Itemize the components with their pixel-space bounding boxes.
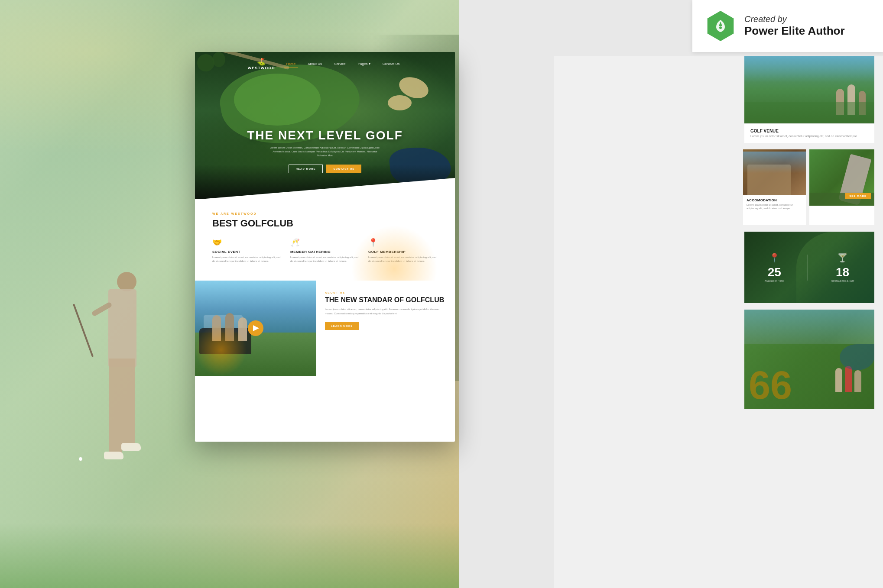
right-panel: OUR SERVICE Created by Power Elite Autho… bbox=[554, 0, 883, 588]
accom-image bbox=[743, 149, 806, 195]
accom-sky bbox=[743, 152, 806, 173]
golf-club-card: SEE MORE bbox=[809, 149, 874, 225]
walking-person-3 bbox=[854, 370, 861, 392]
venue-card-inner: GOLF VENUE Lorem ipsum dolor sit amet, c… bbox=[744, 56, 874, 143]
accommodation-card: ACCOMODATION Lorem ipsum dolor sit amet,… bbox=[743, 149, 806, 225]
golf-image: SEE MORE bbox=[809, 149, 874, 206]
nav-home[interactable]: Home bbox=[284, 60, 298, 68]
creator-badge: Created by Power Elite Author bbox=[692, 0, 883, 52]
golfer-shoe-left bbox=[104, 452, 123, 459]
bottom-image bbox=[195, 281, 316, 376]
hero-description: Lorem Ipsum Dolor Sit Amet, Consectetuer… bbox=[269, 146, 381, 158]
golf-ball bbox=[79, 457, 82, 461]
walking-person-1 bbox=[835, 368, 842, 392]
social-title: SOCIAL EVENT bbox=[212, 250, 282, 254]
gathering-desc: Lorem ipsum dolor sit amet, consectetur … bbox=[290, 255, 360, 263]
features-section: WE ARE WESTWOOD BEST GOLFCLUB 🤝 SOCIAL E… bbox=[195, 199, 455, 281]
mockup-logo: ⛳ WESTWOOD bbox=[248, 58, 275, 70]
about-title: THE NEW STANDAR OF GOLFCLUB bbox=[325, 296, 446, 304]
golfer-shoe-right bbox=[121, 443, 141, 451]
logo-text: WESTWOOD bbox=[248, 66, 275, 70]
venue-card: GOLF VENUE Lorem ipsum dolor sit amet, c… bbox=[554, 56, 874, 143]
golfer-silhouette bbox=[78, 272, 165, 553]
accom-text: ACCOMODATION Lorem ipsum dolor sit amet,… bbox=[743, 195, 806, 214]
hero-content: THE NEXT LEVEL GOLF Lorem Ipsum Dolor Si… bbox=[195, 129, 455, 173]
svg-point-0 bbox=[719, 26, 722, 29]
bottom-golf-card: 66 bbox=[554, 310, 874, 409]
mockup-bottom: ABOUT US THE NEW STANDAR OF GOLFCLUB Lor… bbox=[195, 281, 455, 376]
about-section: ABOUT US THE NEW STANDAR OF GOLFCLUB Lor… bbox=[316, 281, 455, 376]
accom-title: ACCOMODATION bbox=[747, 198, 802, 202]
power-elite-label: Power Elite Author bbox=[744, 24, 845, 38]
venue-ground bbox=[744, 102, 874, 123]
about-desc: Lorem ipsum dolor sit amet, consectetur … bbox=[325, 307, 446, 316]
stats-inner: 📍 25 Available Field 🍸 18 Restaurant & B… bbox=[744, 232, 874, 303]
website-mockup: ⛳ WESTWOOD Home About Us Service Pages ▾… bbox=[195, 52, 455, 442]
fairway-inner bbox=[234, 74, 321, 126]
golfer-head bbox=[117, 272, 136, 291]
hero-buttons: READ MORE CONTACT US bbox=[195, 165, 455, 173]
cards-row: ACCOMODATION Lorem ipsum dolor sit amet,… bbox=[554, 149, 874, 225]
venue-text: GOLF VENUE Lorem ipsum dolor sit amet, c… bbox=[744, 124, 874, 143]
water-area bbox=[840, 344, 874, 370]
we-are-label: WE ARE WESTWOOD bbox=[212, 212, 438, 215]
contact-us-button[interactable]: CONTACT US bbox=[326, 165, 361, 173]
envato-icon bbox=[713, 18, 728, 34]
orange-glow-bottom bbox=[195, 324, 247, 376]
see-more-button[interactable]: SEE MORE bbox=[845, 193, 871, 199]
read-more-button[interactable]: READ MORE bbox=[289, 165, 323, 173]
venue-sky bbox=[744, 56, 874, 82]
nav-contact[interactable]: Contact Us bbox=[380, 60, 403, 68]
play-button[interactable] bbox=[248, 320, 263, 336]
golfer-torso bbox=[108, 289, 136, 367]
creator-text: Created by Power Elite Author bbox=[744, 14, 845, 38]
logo-golf-icon: ⛳ bbox=[257, 58, 266, 66]
nav-pages[interactable]: Pages ▾ bbox=[355, 60, 373, 68]
hero-title: THE NEXT LEVEL GOLF bbox=[195, 129, 455, 142]
mockup-hero: ⛳ WESTWOOD Home About Us Service Pages ▾… bbox=[195, 52, 455, 199]
walking-person-2 bbox=[845, 366, 852, 392]
bottom-golf-image: 66 bbox=[744, 310, 874, 409]
learn-more-button[interactable]: LEARN MORE bbox=[325, 322, 359, 330]
number-overlay: 66 bbox=[749, 366, 792, 405]
envato-logo bbox=[712, 17, 729, 35]
venue-title: GOLF VENUE bbox=[750, 129, 868, 133]
feature-social: 🤝 SOCIAL EVENT Lorem ipsum dolor sit ame… bbox=[212, 238, 282, 263]
nav-about[interactable]: About Us bbox=[305, 60, 325, 68]
stats-bg-shape bbox=[796, 232, 874, 303]
grass-ground bbox=[0, 523, 459, 588]
golfer-leg-right bbox=[122, 359, 135, 445]
social-desc: Lorem ipsum dolor sit amet, consectetur … bbox=[212, 255, 282, 263]
social-icon: 🤝 bbox=[212, 238, 282, 247]
nav-links: Home About Us Service Pages ▾ Contact Us bbox=[284, 60, 402, 68]
play-icon bbox=[253, 325, 259, 331]
nav-service[interactable]: Service bbox=[331, 60, 348, 68]
feature-gathering: 🥂 MEMBER GATHERING Lorem ipsum dolor sit… bbox=[290, 238, 360, 263]
accom-desc: Lorem ipsum dolor sit amet, consectetur … bbox=[747, 203, 802, 210]
venue-desc: Lorem ipsum dolor sit amet, consectetur … bbox=[750, 134, 868, 139]
sand-trap-2 bbox=[388, 95, 412, 110]
created-by-label: Created by bbox=[744, 14, 845, 24]
golfer-leg-left bbox=[109, 359, 122, 454]
creator-logo-hexagon bbox=[705, 11, 736, 41]
gathering-icon: 🥂 bbox=[290, 238, 360, 247]
stats-card: 📍 25 Available Field 🍸 18 Restaurant & B… bbox=[554, 232, 874, 303]
about-label: ABOUT US bbox=[325, 291, 446, 294]
venue-image bbox=[744, 56, 874, 123]
mockup-navbar: ⛳ WESTWOOD Home About Us Service Pages ▾… bbox=[195, 52, 455, 76]
gathering-title: MEMBER GATHERING bbox=[290, 250, 360, 254]
